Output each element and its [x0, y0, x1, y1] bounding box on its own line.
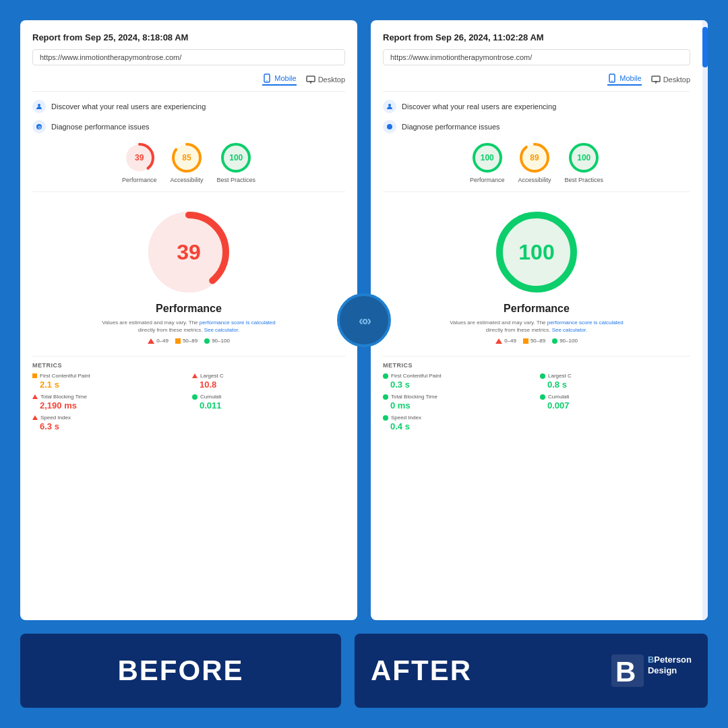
after-url-bar: https://www.inmotiontherapymontrose.com/	[383, 49, 690, 65]
before-acc-circle: 85	[171, 142, 203, 174]
after-metrics-section: METRICS First Contentful Paint 0.3 s	[383, 356, 690, 431]
right-arrows: »	[364, 313, 369, 328]
before-lcp-name: Largest C	[200, 373, 224, 379]
svg-rect-19	[652, 76, 660, 82]
after-scrollbar[interactable]	[702, 20, 708, 620]
after-si-icon	[383, 415, 388, 421]
after-label-box: AFTER B BPeterson Design	[355, 634, 708, 708]
before-tbt-icon	[32, 394, 38, 399]
before-big-circle: 39	[145, 208, 233, 296]
brand-logo: B BPeterson Design	[611, 655, 692, 687]
after-lcp-icon	[540, 373, 545, 379]
after-acc-circle: 89	[518, 142, 551, 174]
svg-point-18	[611, 80, 613, 82]
before-perf-value: 39	[135, 153, 144, 162]
after-big-score-section: 100 Performance Values are estimated and…	[383, 198, 690, 356]
before-discover-row: Discover what your real users are experi…	[32, 100, 345, 113]
before-desktop-label: Desktop	[318, 75, 345, 84]
after-metric-fcp: First Contentful Paint 0.3 s	[383, 373, 533, 390]
after-si-name: Speed Index	[391, 415, 421, 421]
before-tab-row: Mobile Desktop	[32, 73, 345, 92]
after-legend-dot	[552, 338, 557, 344]
before-mobile-label: Mobile	[274, 74, 296, 82]
svg-text:B: B	[615, 656, 636, 687]
before-legend-good-text: 90–100	[212, 338, 230, 344]
arrows-circle: « »	[337, 293, 391, 347]
after-cls-value: 0.007	[547, 400, 690, 411]
after-bp-label: Best Practices	[565, 177, 604, 183]
before-legend: 0–49 50–89 90–100	[148, 338, 230, 344]
before-diagnose-text: Diagnose performance issues	[51, 123, 150, 131]
after-acc-value: 89	[530, 153, 539, 162]
bottom-row: BEFORE AFTER B BPeterson Design	[20, 634, 708, 708]
svg-point-23	[387, 124, 392, 129]
after-report-title: Report from Sep 26, 2024, 11:02:28 AM	[383, 32, 690, 42]
before-legend-ok: 50–89	[175, 338, 198, 344]
before-score-accessibility: 85 Accessibility	[170, 142, 203, 183]
before-fcp-value: 2.1 s	[40, 380, 185, 390]
after-score-performance: 100 Performance	[470, 142, 505, 183]
before-perf-circle: 39	[123, 142, 156, 174]
after-bp-value: 100	[577, 153, 590, 162]
svg-point-1	[266, 80, 268, 82]
after-bp-circle: 100	[568, 142, 600, 174]
before-big-score-section: 39 Performance Values are estimated and …	[32, 198, 345, 356]
after-cls-icon	[540, 394, 545, 400]
after-metric-tbt: Total Blocking Time 0 ms	[383, 394, 533, 411]
after-divider	[383, 191, 690, 192]
after-acc-label: Accessibility	[518, 177, 551, 183]
before-score-note: Values are estimated and may vary. The p…	[102, 319, 275, 334]
before-si-name: Speed Index	[40, 415, 71, 421]
after-legend-bad-text: 0–49	[504, 338, 516, 344]
after-diagnose-icon	[383, 120, 396, 133]
after-big-value: 100	[518, 240, 554, 265]
before-score-performance: 39 Performance	[122, 142, 157, 183]
before-tbt-value: 2,190 ms	[40, 400, 185, 411]
before-legend-bad: 0–49	[148, 338, 169, 344]
after-tab-desktop[interactable]: Desktop	[651, 73, 690, 86]
center-divider: « »	[337, 293, 391, 347]
before-score-bestpractices: 100 Best Practices	[217, 142, 256, 183]
before-tab-mobile[interactable]: Mobile	[262, 73, 296, 86]
before-bp-circle: 100	[220, 142, 252, 174]
after-discover-row: Discover what your real users are experi…	[383, 100, 690, 113]
before-panel: Report from Sep 25, 2024, 8:18:08 AM htt…	[20, 20, 357, 620]
after-fcp-name: First Contentful Paint	[391, 373, 442, 379]
after-desktop-icon	[651, 75, 661, 84]
before-legend-ok-text: 50–89	[183, 338, 198, 344]
after-si-value: 0.4 s	[390, 421, 533, 431]
after-legend-bad: 0–49	[495, 338, 516, 344]
after-discover-icon	[383, 100, 396, 113]
after-tbt-value: 0 ms	[390, 400, 533, 411]
before-bp-label: Best Practices	[217, 177, 256, 183]
after-diagnose-row: Diagnose performance issues	[383, 120, 690, 133]
before-legend-square	[175, 338, 181, 344]
before-big-value: 39	[177, 240, 201, 265]
before-cls-name: Cumulati	[200, 394, 222, 400]
after-metric-cls: Cumulati 0.007	[540, 394, 690, 411]
after-score-bestpractices: 100 Best Practices	[565, 142, 604, 183]
after-mobile-icon	[607, 73, 617, 83]
after-panel: Report from Sep 26, 2024, 11:02:28 AM ht…	[371, 20, 708, 620]
before-url-bar: https://www.inmotiontherapymontrose.com/	[32, 49, 345, 65]
before-legend-triangle	[148, 338, 154, 344]
after-fcp-icon	[383, 373, 388, 379]
before-label-text: BEFORE	[117, 655, 243, 687]
svg-point-5	[38, 104, 40, 107]
after-tab-mobile[interactable]: Mobile	[607, 73, 641, 86]
after-tbt-name: Total Blocking Time	[391, 394, 437, 400]
before-metric-si: Speed Index 6.3 s	[32, 415, 185, 431]
after-perf-label: Performance	[470, 177, 505, 183]
after-metric-lcp: Largest C 0.8 s	[540, 373, 690, 390]
before-divider	[32, 191, 345, 192]
before-diagnose-icon: ⚙	[32, 120, 46, 133]
after-legend-ok: 50–89	[523, 338, 545, 344]
after-scrollbar-thumb	[702, 27, 708, 67]
before-tab-desktop[interactable]: Desktop	[306, 73, 345, 86]
before-tbt-name: Total Blocking Time	[40, 394, 87, 400]
after-metrics-grid: First Contentful Paint 0.3 s Largest C 0…	[383, 373, 690, 431]
before-metrics-grid: First Contentful Paint 2.1 s Largest C 1…	[32, 373, 345, 431]
svg-rect-2	[307, 76, 315, 82]
before-bp-value: 100	[229, 153, 243, 162]
after-cls-name: Cumulati	[548, 394, 570, 400]
